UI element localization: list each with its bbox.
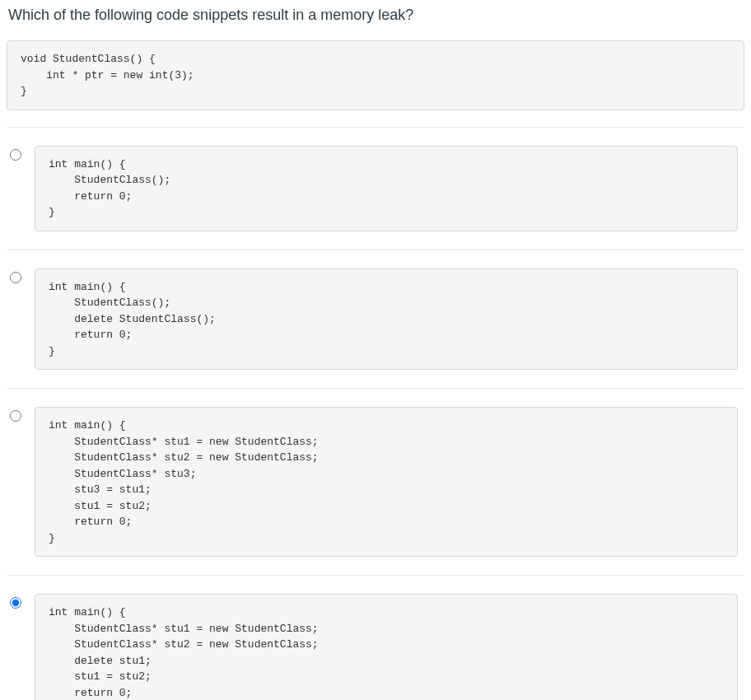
radio-wrapper bbox=[7, 407, 21, 422]
option-radio-4[interactable] bbox=[10, 597, 21, 609]
option-code-3: int main() { StudentClass* stu1 = new St… bbox=[35, 407, 738, 557]
option-row[interactable]: int main() { StudentClass(); delete Stud… bbox=[7, 250, 744, 389]
option-radio-2[interactable] bbox=[10, 272, 21, 283]
options-container: int main() { StudentClass(); return 0; }… bbox=[7, 127, 744, 701]
option-radio-3[interactable] bbox=[10, 410, 21, 422]
option-row[interactable]: int main() { StudentClass(); return 0; } bbox=[7, 128, 744, 250]
option-radio-1[interactable] bbox=[10, 149, 21, 161]
option-row[interactable]: int main() { StudentClass* stu1 = new St… bbox=[7, 576, 744, 700]
radio-wrapper bbox=[7, 146, 21, 161]
option-code-2: int main() { StudentClass(); delete Stud… bbox=[35, 268, 738, 371]
question-title: Which of the following code snippets res… bbox=[7, 7, 744, 24]
setup-code-block: void StudentClass() { int * ptr = new in… bbox=[7, 40, 744, 110]
option-row[interactable]: int main() { StudentClass* stu1 = new St… bbox=[7, 389, 744, 575]
radio-wrapper bbox=[7, 268, 21, 283]
option-code-4: int main() { StudentClass* stu1 = new St… bbox=[35, 594, 738, 700]
option-code-1: int main() { StudentClass(); return 0; } bbox=[35, 146, 738, 231]
radio-wrapper bbox=[7, 594, 21, 609]
